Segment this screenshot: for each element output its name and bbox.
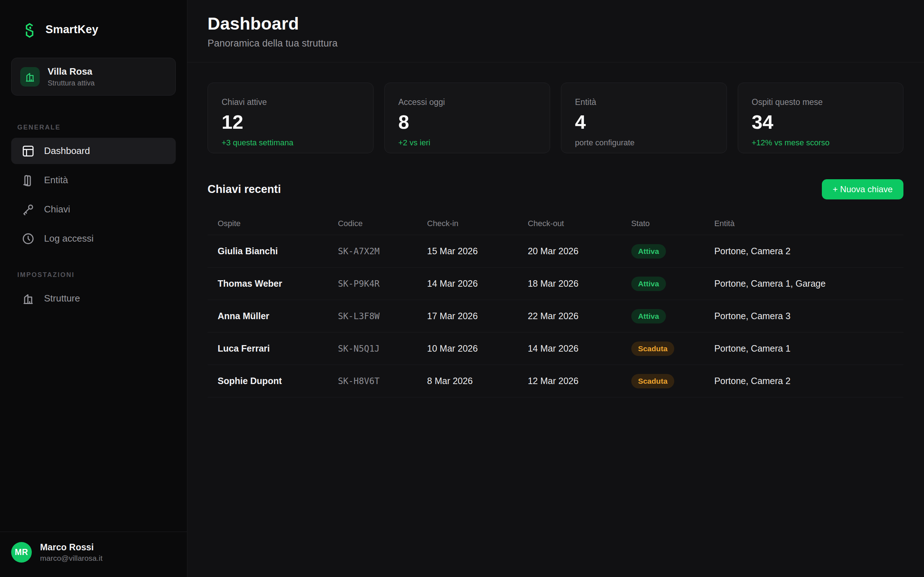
- user-avatar: MR: [11, 542, 32, 562]
- key-icon: [22, 203, 35, 216]
- page-title: Dashboard: [208, 14, 904, 34]
- stat-value: 12: [221, 112, 360, 132]
- status-badge: Attiva: [631, 277, 666, 291]
- status-badge: Attiva: [631, 244, 666, 259]
- sidebar-item-label: Dashboard: [44, 145, 90, 156]
- cell-code: SK-H8V6T: [338, 376, 427, 386]
- cell-checkin: 17 Mar 2026: [427, 311, 528, 321]
- active-property-card[interactable]: Villa Rosa Struttura attiva: [11, 58, 176, 95]
- sidebar: SmartKey Villa Rosa Struttura attiva GEN…: [0, 0, 187, 577]
- table-row[interactable]: Sophie Dupont SK-H8V6T 8 Mar 2026 12 Mar…: [208, 365, 903, 397]
- cell-entities: Portone, Camera 3: [714, 311, 893, 321]
- sidebar-item-entita[interactable]: Entità: [11, 167, 176, 193]
- sidebar-item-label: Strutture: [44, 293, 80, 304]
- cell-entities: Portone, Camera 1: [714, 343, 893, 354]
- nav-section-label: IMPOSTAZIONI: [11, 271, 176, 285]
- status-badge: Attiva: [631, 309, 666, 324]
- cell-code: SK-N5Q1J: [338, 344, 427, 354]
- sidebar-item-log-accessi[interactable]: Log accessi: [11, 226, 176, 252]
- cell-checkout: 20 Mar 2026: [528, 246, 631, 256]
- table-header-row: Ospite Codice Check-in Check-out Stato E…: [208, 213, 903, 235]
- app-logo: SmartKey: [11, 0, 176, 58]
- sidebar-item-label: Chiavi: [44, 204, 70, 215]
- cell-entities: Portone, Camera 2: [714, 376, 893, 386]
- table-row[interactable]: Anna Müller SK-L3F8W 17 Mar 2026 22 Mar …: [208, 300, 903, 332]
- cell-code: SK-P9K4R: [338, 279, 427, 289]
- stat-label: Ospiti questo mese: [752, 97, 890, 107]
- status-badge: Scaduta: [631, 342, 675, 356]
- clock-icon: [22, 232, 35, 245]
- sidebar-item-dashboard[interactable]: Dashboard: [11, 138, 176, 164]
- stat-delta: +2 vs ieri: [399, 138, 536, 148]
- cell-guest: Thomas Weber: [218, 279, 338, 289]
- cell-checkin: 15 Mar 2026: [427, 246, 528, 256]
- table-row[interactable]: Thomas Weber SK-P9K4R 14 Mar 2026 18 Mar…: [208, 268, 903, 300]
- stat-label: Chiavi attive: [221, 97, 360, 107]
- smartkey-logo-icon: [22, 20, 37, 39]
- cell-entities: Portone, Camera 2: [714, 246, 893, 256]
- stat-delta: +3 questa settimana: [221, 138, 360, 148]
- column-header-checkout: Check-out: [528, 219, 631, 228]
- cell-checkout: 12 Mar 2026: [528, 376, 631, 386]
- page-header: Dashboard Panoramica della tua struttura: [187, 0, 924, 62]
- stat-card-entita: Entità 4 porte configurate: [561, 82, 727, 153]
- stat-value: 34: [752, 112, 890, 132]
- column-header-entita: Entità: [714, 219, 893, 228]
- main-content: Dashboard Panoramica della tua struttura…: [187, 0, 924, 577]
- cell-guest: Luca Ferrari: [218, 343, 338, 354]
- dashboard-icon: [22, 145, 35, 158]
- user-name: Marco Rossi: [40, 542, 102, 553]
- column-header-codice: Codice: [338, 219, 427, 228]
- property-name: Villa Rosa: [48, 66, 95, 77]
- stat-delta: porte configurate: [575, 138, 713, 148]
- cell-guest: Giulia Bianchi: [218, 246, 338, 256]
- cell-checkin: 10 Mar 2026: [427, 343, 528, 354]
- cell-code: SK-A7X2M: [338, 246, 427, 256]
- cell-guest: Anna Müller: [218, 311, 338, 321]
- stat-card-accessi-oggi: Accessi oggi 8 +2 vs ieri: [384, 82, 551, 153]
- table-row[interactable]: Giulia Bianchi SK-A7X2M 15 Mar 2026 20 M…: [208, 235, 903, 268]
- stat-label: Entità: [575, 97, 713, 107]
- user-profile[interactable]: MR Marco Rossi marco@villarosa.it: [0, 532, 187, 577]
- nav-section-label: GENERALE: [11, 124, 176, 138]
- nav-section-generale: GENERALE Dashboard Entità: [11, 124, 176, 255]
- stat-label: Accessi oggi: [399, 97, 536, 107]
- new-key-button[interactable]: + Nuova chiave: [822, 179, 903, 200]
- table-row[interactable]: Luca Ferrari SK-N5Q1J 10 Mar 2026 14 Mar…: [208, 332, 903, 365]
- user-email: marco@villarosa.it: [40, 554, 102, 562]
- column-header-ospite: Ospite: [218, 219, 338, 228]
- cell-code: SK-L3F8W: [338, 311, 427, 321]
- stat-value: 4: [575, 112, 713, 132]
- column-header-checkin: Check-in: [427, 219, 528, 228]
- property-building-icon: [20, 67, 40, 87]
- recent-keys-table: Ospite Codice Check-in Check-out Stato E…: [208, 213, 903, 397]
- cell-checkin: 14 Mar 2026: [427, 279, 528, 289]
- building-icon: [22, 292, 35, 305]
- stat-card-ospiti-mese: Ospiti questo mese 34 +12% vs mese scors…: [738, 82, 904, 153]
- cell-checkout: 18 Mar 2026: [528, 279, 631, 289]
- section-title-chiavi-recenti: Chiavi recenti: [208, 183, 281, 196]
- stat-card-chiavi-attive: Chiavi attive 12 +3 questa settimana: [208, 82, 373, 153]
- property-status: Struttura attiva: [48, 79, 95, 87]
- stats-grid: Chiavi attive 12 +3 questa settimana Acc…: [208, 82, 903, 153]
- stat-value: 8: [399, 112, 536, 132]
- status-badge: Scaduta: [631, 374, 675, 388]
- cell-guest: Sophie Dupont: [218, 376, 338, 386]
- stat-delta: +12% vs mese scorso: [752, 138, 890, 148]
- cell-checkout: 14 Mar 2026: [528, 343, 631, 354]
- door-open-icon: [22, 174, 35, 187]
- page-subtitle: Panoramica della tua struttura: [208, 38, 904, 49]
- column-header-stato: Stato: [631, 219, 714, 228]
- cell-checkin: 8 Mar 2026: [427, 376, 528, 386]
- sidebar-item-label: Entità: [44, 174, 68, 186]
- sidebar-item-label: Log accessi: [44, 233, 94, 244]
- app-title: SmartKey: [45, 23, 98, 36]
- sidebar-item-strutture[interactable]: Strutture: [11, 285, 176, 311]
- cell-checkout: 22 Mar 2026: [528, 311, 631, 321]
- cell-entities: Portone, Camera 1, Garage: [714, 279, 893, 289]
- sidebar-item-chiavi[interactable]: Chiavi: [11, 196, 176, 222]
- nav-section-impostazioni: IMPOSTAZIONI Strutture: [11, 271, 176, 314]
